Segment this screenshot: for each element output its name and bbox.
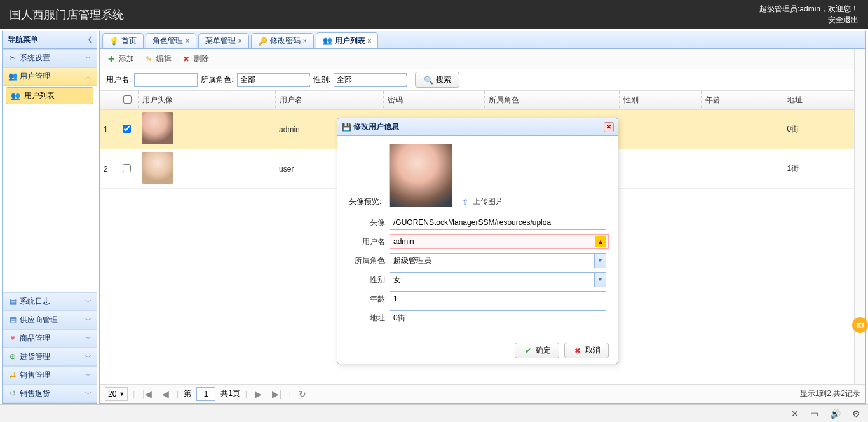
avatar-path-input[interactable]	[390, 215, 606, 230]
dialog-close-button[interactable]: ✕	[604, 122, 614, 132]
user-info: 超级管理员:admin，欢迎您！ 安全退出	[759, 4, 858, 25]
chevron-down-icon: ﹀	[85, 54, 92, 63]
dialog-title-bar[interactable]: 💾 修改用户信息 ✕	[337, 118, 618, 136]
sidebar-title: 导航菜单 《	[3, 31, 97, 49]
first-page-button[interactable]: |◀	[140, 389, 154, 399]
add-button[interactable]: ✚添加	[106, 53, 134, 64]
close-icon[interactable]: ×	[368, 37, 372, 44]
last-page-button[interactable]: ▶|	[269, 389, 284, 399]
role-combo[interactable]: ▼	[390, 253, 606, 268]
sidebar-item-user-management[interactable]: 👥 用户管理 ︿	[3, 67, 97, 86]
sidebar: 导航菜单 《 ✂ 系统设置 ﹀ 👥 用户管理 ︿ 👥用户列表 ▤ 系统日志﹀ ▤…	[2, 31, 97, 404]
chevron-up-icon: ︿	[85, 72, 92, 81]
collapse-icon[interactable]: 《	[85, 36, 92, 44]
sidebar-item-purchase[interactable]: ⊕ 进货管理﹀	[3, 348, 97, 366]
page-size-select[interactable]: 20▼	[105, 387, 128, 401]
save-icon: 💾	[341, 122, 351, 132]
avatar	[142, 152, 173, 184]
sidebar-item-sales-return[interactable]: ↺ 销售退货﹀	[3, 385, 97, 403]
warning-icon: ▲	[595, 236, 606, 247]
tab-menu-mgmt[interactable]: 菜单管理×	[198, 33, 249, 48]
age-input[interactable]	[390, 291, 606, 306]
app-logo: 国人西服门店管理系统	[10, 7, 124, 22]
address-input[interactable]	[390, 310, 606, 325]
delete-button[interactable]: ✖删除	[181, 53, 209, 64]
tab-user-list[interactable]: 👥用户列表×	[316, 32, 379, 48]
tray-icon[interactable]: ✕	[791, 409, 799, 419]
sidebar-item-sales[interactable]: ⇄ 销售管理﹀	[3, 366, 97, 385]
row-checkbox[interactable]	[123, 164, 131, 172]
close-icon[interactable]: ×	[303, 37, 307, 44]
system-tray: ✕ ▭ 🔊 ⚙	[0, 404, 868, 422]
chevron-down-icon[interactable]: ▼	[594, 273, 606, 287]
pager: 20▼ | |◀ ◀ | 第 共1页 | ▶ ▶| | ↻ 显示1到2,共2记录	[100, 384, 865, 403]
close-icon[interactable]: ×	[186, 37, 189, 44]
tab-change-pwd[interactable]: 🔑修改密码×	[251, 33, 314, 48]
username-input[interactable]	[390, 234, 609, 249]
role-label: 超级管理员:admin	[759, 4, 820, 13]
search-username-input[interactable]	[134, 73, 198, 87]
tray-icon[interactable]: 🔊	[830, 409, 841, 419]
notification-badge[interactable]: 83	[852, 317, 868, 333]
row-checkbox[interactable]	[123, 125, 131, 133]
sidebar-item-product[interactable]: ♥ 商品管理﹀	[3, 329, 97, 348]
upload-button[interactable]: ⇧上传图片	[460, 196, 503, 207]
cancel-button[interactable]: ✖取消	[564, 343, 609, 358]
refresh-button[interactable]: ↻	[296, 389, 309, 399]
sidebar-item-system-log[interactable]: ▤ 系统日志﹀	[3, 292, 97, 311]
scrollbar[interactable]	[854, 49, 865, 384]
select-all-checkbox[interactable]	[123, 95, 132, 104]
tray-icon[interactable]: ⚙	[852, 409, 860, 419]
tab-role-mgmt[interactable]: 角色管理×	[146, 33, 196, 48]
avatar-preview	[389, 144, 452, 207]
page-input[interactable]	[196, 387, 215, 401]
sidebar-item-system-settings[interactable]: ✂ 系统设置 ﹀	[3, 49, 97, 67]
tray-icon[interactable]: ▭	[810, 409, 818, 419]
search-gender-combo[interactable]: ▼	[334, 73, 407, 87]
search-bar: 用户名: 所属角色: ▼ 性别: ▼ 🔍搜索	[100, 69, 865, 91]
toolbar: ✚添加 ✎编辑 ✖删除	[100, 49, 865, 69]
chevron-down-icon[interactable]: ▼	[594, 254, 606, 268]
next-page-button[interactable]: ▶	[252, 389, 264, 399]
edit-button[interactable]: ✎编辑	[144, 53, 172, 64]
ok-button[interactable]: ✔确定	[515, 343, 559, 358]
topbar: 国人西服门店管理系统 超级管理员:admin，欢迎您！ 安全退出	[0, 0, 868, 29]
avatar	[142, 112, 173, 144]
edit-user-dialog: 💾 修改用户信息 ✕ 头像预览: ⇧上传图片 头像: 用户名:▲ 所属角色:▼ …	[337, 118, 618, 364]
close-icon[interactable]: ×	[238, 37, 242, 44]
sidebar-item-user-list[interactable]: 👥用户列表	[6, 87, 93, 104]
gender-combo[interactable]: ▼	[390, 272, 606, 287]
search-button[interactable]: 🔍搜索	[415, 72, 459, 88]
sidebar-item-supplier[interactable]: ▤ 供应商管理﹀	[3, 311, 97, 329]
tab-home[interactable]: 💡首页	[102, 33, 144, 48]
prev-page-button[interactable]: ◀	[159, 389, 172, 399]
logout-link[interactable]: 安全退出	[828, 15, 858, 24]
pager-info: 显示1到2,共2记录	[800, 388, 860, 399]
search-role-combo[interactable]: ▼	[237, 73, 310, 87]
tab-bar: 💡首页 角色管理× 菜单管理× 🔑修改密码× 👥用户列表×	[100, 31, 865, 49]
